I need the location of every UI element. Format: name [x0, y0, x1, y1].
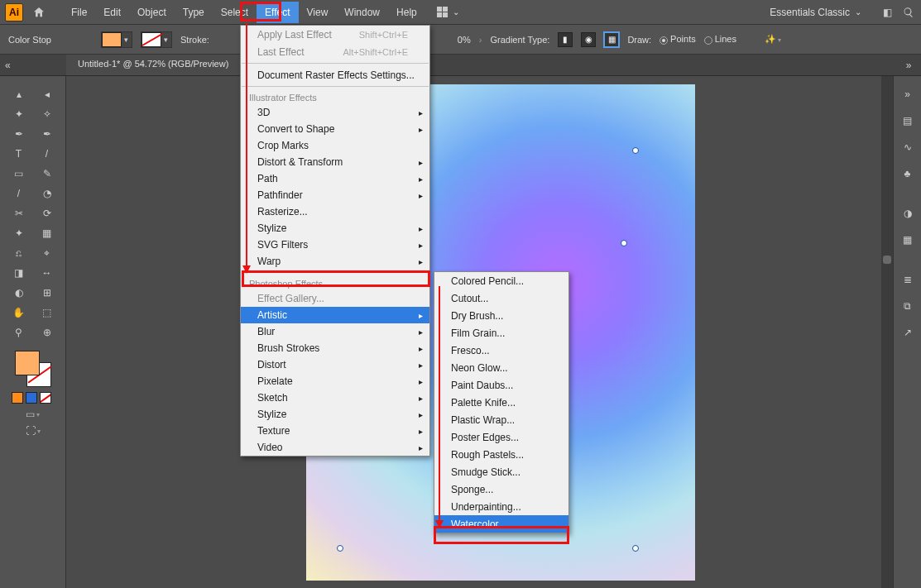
- color-mode-gradient-icon[interactable]: [26, 392, 37, 404]
- menu-window[interactable]: Window: [336, 2, 388, 23]
- menu-item-stylize[interactable]: Stylize▸: [241, 220, 429, 237]
- direct-selection-tool[interactable]: ◂: [35, 84, 60, 104]
- panel-toggle-icon[interactable]: ◧: [878, 7, 896, 18]
- vertical-scrollbar[interactable]: [881, 76, 893, 588]
- free-transform-tool[interactable]: ⎌: [7, 243, 31, 263]
- gradient-tool[interactable]: ◐: [7, 283, 31, 303]
- menu-item-dry-brush[interactable]: Dry Brush...: [434, 307, 568, 324]
- curvature-tool[interactable]: ✒: [35, 124, 60, 144]
- menu-item-path[interactable]: Path▸: [241, 170, 429, 187]
- menu-item-colored-pencil[interactable]: Colored Pencil...: [434, 272, 568, 289]
- menu-select[interactable]: Select: [213, 2, 257, 23]
- menu-effect[interactable]: Effect: [257, 2, 298, 23]
- menu-object[interactable]: Object: [129, 2, 175, 23]
- menu-item-pixelate[interactable]: Pixelate▸: [241, 373, 429, 390]
- magic-wand-tool[interactable]: ✦: [7, 104, 31, 124]
- color-icon[interactable]: ◑: [898, 203, 918, 223]
- tab-scroll-right-icon[interactable]: »: [896, 55, 921, 75]
- menu-item-palette-knife[interactable]: Palette Knife...: [434, 394, 568, 411]
- menu-item-pathfinder[interactable]: Pathfinder▸: [241, 187, 429, 203]
- menu-item-fresco[interactable]: Fresco...: [434, 342, 568, 359]
- shape-builder-tool[interactable]: ⌖: [35, 243, 60, 263]
- gradient-linear-icon[interactable]: ▮: [558, 32, 573, 47]
- type-tool[interactable]: T: [7, 144, 31, 164]
- menu-item-convert-to-shape[interactable]: Convert to Shape▸: [241, 121, 429, 137]
- perspective-grid-tool[interactable]: ◨: [7, 263, 31, 283]
- column-graph-tool[interactable]: ⚲: [7, 323, 31, 342]
- rectangle-tool[interactable]: ▭: [7, 164, 31, 184]
- menu-item-warp[interactable]: Warp▸: [241, 253, 429, 270]
- mesh-tool[interactable]: ↔: [35, 263, 60, 283]
- menu-view[interactable]: View: [299, 2, 337, 23]
- arrange-documents-icon[interactable]: [437, 7, 448, 17]
- stroke-swatch[interactable]: ▾: [141, 31, 172, 48]
- menu-item-last-effect[interactable]: Last Effect Alt+Shift+Ctrl+E: [241, 43, 429, 60]
- width-tool[interactable]: ▦: [35, 223, 60, 243]
- pencil-tool[interactable]: /: [7, 184, 31, 203]
- menu-item-rasterize[interactable]: Rasterize...: [241, 203, 429, 220]
- actions-icon[interactable]: ↗: [898, 323, 918, 342]
- eraser-tool[interactable]: ✂: [7, 203, 31, 223]
- layers-icon[interactable]: ≣: [898, 270, 918, 289]
- gradient-color-stop[interactable]: [621, 240, 627, 246]
- rotate-tool[interactable]: ⟳: [35, 203, 60, 223]
- arrange-documents-caret[interactable]: ⌄: [453, 7, 459, 17]
- menu-item-raster-effects-settings[interactable]: Document Raster Effects Settings...: [241, 66, 429, 84]
- links-icon[interactable]: ⧉: [898, 296, 918, 316]
- color-mode-solid-icon[interactable]: [12, 392, 23, 404]
- workspace-switcher[interactable]: Essentials Classic ⌄: [761, 3, 870, 22]
- properties-icon[interactable]: ▤: [898, 111, 918, 131]
- gradient-radial-icon[interactable]: ◉: [581, 32, 596, 47]
- document-tab[interactable]: Untitled-1* @ 54.72% (RGB/Preview): [66, 55, 241, 75]
- selection-tool[interactable]: ▴: [7, 84, 31, 104]
- menu-help[interactable]: Help: [388, 2, 425, 23]
- menu-item-artistic[interactable]: Artistic▸: [241, 307, 429, 323]
- gradient-color-stop[interactable]: [632, 147, 639, 154]
- menu-item-crop-marks[interactable]: Crop Marks: [241, 137, 429, 154]
- draw-lines-radio[interactable]: Lines: [704, 34, 736, 44]
- menu-item-video[interactable]: Video▸: [241, 439, 429, 456]
- symbols-icon[interactable]: ♣: [898, 164, 918, 184]
- menu-item-distort-transform[interactable]: Distort & Transform▸: [241, 154, 429, 170]
- menu-item-sketch[interactable]: Sketch▸: [241, 390, 429, 406]
- menu-item-svg-filters[interactable]: SVG Filters▸: [241, 237, 429, 253]
- menu-item-underpainting[interactable]: Underpainting...: [434, 498, 568, 515]
- shaper-tool[interactable]: ◔: [35, 184, 60, 203]
- menu-item-distort[interactable]: Distort▸: [241, 356, 429, 373]
- menu-item-blur[interactable]: Blur▸: [241, 323, 429, 340]
- menu-item-plastic-wrap[interactable]: Plastic Wrap...: [434, 411, 568, 428]
- menu-item-neon-glow[interactable]: Neon Glow...: [434, 359, 568, 376]
- draw-points-radio[interactable]: Points: [660, 34, 696, 44]
- menu-item-effect-gallery[interactable]: Effect Gallery...: [241, 290, 429, 307]
- pen-tool[interactable]: ✒: [7, 124, 31, 144]
- menu-item-film-grain[interactable]: Film Grain...: [434, 324, 568, 342]
- brushes-icon[interactable]: ∿: [898, 137, 918, 157]
- tab-scroll-left-icon[interactable]: «: [0, 55, 66, 75]
- lasso-tool[interactable]: ✧: [35, 104, 60, 124]
- recolor-artwork-icon[interactable]: ✨▾: [765, 34, 781, 45]
- menu-item-paint-daubs[interactable]: Paint Daubs...: [434, 376, 568, 394]
- fill-stroke-swatches[interactable]: [15, 351, 51, 387]
- screen-mode-row[interactable]: ⛶▾: [26, 425, 41, 437]
- menu-item-sponge[interactable]: Sponge...: [434, 480, 568, 498]
- menu-item-rough-pastels[interactable]: Rough Pastels...: [434, 446, 568, 463]
- gradient-color-stop[interactable]: [337, 545, 343, 552]
- menu-item-watercolor[interactable]: Watercolor...: [434, 515, 568, 533]
- menu-item-cutout[interactable]: Cutout...: [434, 289, 568, 307]
- swatches-icon[interactable]: ▦: [898, 230, 918, 250]
- menu-item-3d[interactable]: 3D▸: [241, 104, 429, 121]
- menu-item-poster-edges[interactable]: Poster Edges...: [434, 428, 568, 446]
- menu-item-texture[interactable]: Texture▸: [241, 423, 429, 439]
- paintbrush-tool[interactable]: ✎: [35, 164, 60, 184]
- menu-item-apply-last-effect[interactable]: Apply Last Effect Shift+Ctrl+E: [241, 26, 429, 43]
- opacity-value[interactable]: 0%: [458, 35, 471, 45]
- menu-edit[interactable]: Edit: [95, 2, 129, 23]
- menu-type[interactable]: Type: [175, 2, 213, 23]
- expand-panels-icon[interactable]: »: [898, 84, 918, 104]
- menu-item-smudge-stick[interactable]: Smudge Stick...: [434, 463, 568, 480]
- gradient-color-stop[interactable]: [632, 545, 639, 552]
- blend-tool[interactable]: ✋: [7, 303, 31, 323]
- fill-swatch[interactable]: ▾: [101, 31, 132, 48]
- drawing-mode-row[interactable]: ▭▾: [26, 409, 40, 420]
- scale-tool[interactable]: ✦: [7, 223, 31, 243]
